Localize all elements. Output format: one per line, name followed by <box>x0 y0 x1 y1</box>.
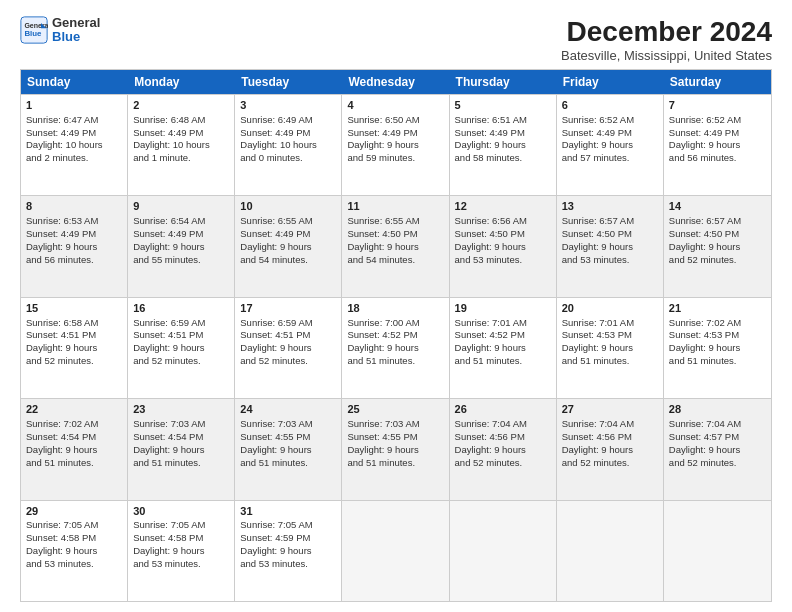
day-info: Sunrise: 7:04 AMSunset: 4:56 PMDaylight:… <box>562 418 658 469</box>
calendar-cell <box>342 501 449 601</box>
header: General Blue General Blue December 2024 … <box>20 16 772 63</box>
day-info: Sunrise: 6:55 AMSunset: 4:50 PMDaylight:… <box>347 215 443 266</box>
calendar-cell: 4Sunrise: 6:50 AMSunset: 4:49 PMDaylight… <box>342 95 449 195</box>
page: General Blue General Blue December 2024 … <box>0 0 792 612</box>
weekday-header-thursday: Thursday <box>450 70 557 94</box>
calendar-cell: 25Sunrise: 7:03 AMSunset: 4:55 PMDayligh… <box>342 399 449 499</box>
day-number: 27 <box>562 402 658 417</box>
main-title: December 2024 <box>561 16 772 48</box>
day-info: Sunrise: 7:01 AMSunset: 4:52 PMDaylight:… <box>455 317 551 368</box>
calendar-body: 1Sunrise: 6:47 AMSunset: 4:49 PMDaylight… <box>21 94 771 601</box>
day-info: Sunrise: 7:04 AMSunset: 4:56 PMDaylight:… <box>455 418 551 469</box>
calendar-cell: 13Sunrise: 6:57 AMSunset: 4:50 PMDayligh… <box>557 196 664 296</box>
day-number: 31 <box>240 504 336 519</box>
day-info: Sunrise: 6:49 AMSunset: 4:49 PMDaylight:… <box>240 114 336 165</box>
day-info: Sunrise: 6:57 AMSunset: 4:50 PMDaylight:… <box>669 215 766 266</box>
calendar-cell: 21Sunrise: 7:02 AMSunset: 4:53 PMDayligh… <box>664 298 771 398</box>
weekday-header-tuesday: Tuesday <box>235 70 342 94</box>
day-number: 25 <box>347 402 443 417</box>
day-info: Sunrise: 6:53 AMSunset: 4:49 PMDaylight:… <box>26 215 122 266</box>
day-number: 14 <box>669 199 766 214</box>
day-number: 3 <box>240 98 336 113</box>
day-number: 10 <box>240 199 336 214</box>
calendar-cell: 30Sunrise: 7:05 AMSunset: 4:58 PMDayligh… <box>128 501 235 601</box>
calendar-cell: 1Sunrise: 6:47 AMSunset: 4:49 PMDaylight… <box>21 95 128 195</box>
day-number: 22 <box>26 402 122 417</box>
day-info: Sunrise: 6:59 AMSunset: 4:51 PMDaylight:… <box>240 317 336 368</box>
calendar-cell: 2Sunrise: 6:48 AMSunset: 4:49 PMDaylight… <box>128 95 235 195</box>
day-info: Sunrise: 7:02 AMSunset: 4:53 PMDaylight:… <box>669 317 766 368</box>
logo-text: General Blue <box>52 16 100 45</box>
day-number: 8 <box>26 199 122 214</box>
day-info: Sunrise: 6:52 AMSunset: 4:49 PMDaylight:… <box>562 114 658 165</box>
weekday-header-friday: Friday <box>557 70 664 94</box>
calendar-header: SundayMondayTuesdayWednesdayThursdayFrid… <box>21 70 771 94</box>
day-number: 29 <box>26 504 122 519</box>
day-number: 26 <box>455 402 551 417</box>
day-number: 30 <box>133 504 229 519</box>
day-number: 5 <box>455 98 551 113</box>
weekday-header-wednesday: Wednesday <box>342 70 449 94</box>
calendar-cell: 26Sunrise: 7:04 AMSunset: 4:56 PMDayligh… <box>450 399 557 499</box>
calendar-cell: 31Sunrise: 7:05 AMSunset: 4:59 PMDayligh… <box>235 501 342 601</box>
day-number: 11 <box>347 199 443 214</box>
day-info: Sunrise: 6:48 AMSunset: 4:49 PMDaylight:… <box>133 114 229 165</box>
day-number: 20 <box>562 301 658 316</box>
weekday-header-sunday: Sunday <box>21 70 128 94</box>
calendar-row-2: 15Sunrise: 6:58 AMSunset: 4:51 PMDayligh… <box>21 297 771 398</box>
calendar-cell: 14Sunrise: 6:57 AMSunset: 4:50 PMDayligh… <box>664 196 771 296</box>
calendar-cell: 5Sunrise: 6:51 AMSunset: 4:49 PMDaylight… <box>450 95 557 195</box>
day-number: 7 <box>669 98 766 113</box>
calendar-cell: 17Sunrise: 6:59 AMSunset: 4:51 PMDayligh… <box>235 298 342 398</box>
calendar-cell: 8Sunrise: 6:53 AMSunset: 4:49 PMDaylight… <box>21 196 128 296</box>
day-info: Sunrise: 6:58 AMSunset: 4:51 PMDaylight:… <box>26 317 122 368</box>
logo-blue: Blue <box>52 30 100 44</box>
calendar-cell: 6Sunrise: 6:52 AMSunset: 4:49 PMDaylight… <box>557 95 664 195</box>
calendar-cell: 28Sunrise: 7:04 AMSunset: 4:57 PMDayligh… <box>664 399 771 499</box>
calendar-cell: 12Sunrise: 6:56 AMSunset: 4:50 PMDayligh… <box>450 196 557 296</box>
day-info: Sunrise: 7:04 AMSunset: 4:57 PMDaylight:… <box>669 418 766 469</box>
subtitle: Batesville, Mississippi, United States <box>561 48 772 63</box>
calendar-cell <box>664 501 771 601</box>
day-number: 16 <box>133 301 229 316</box>
day-info: Sunrise: 6:47 AMSunset: 4:49 PMDaylight:… <box>26 114 122 165</box>
calendar-row-4: 29Sunrise: 7:05 AMSunset: 4:58 PMDayligh… <box>21 500 771 601</box>
day-info: Sunrise: 7:01 AMSunset: 4:53 PMDaylight:… <box>562 317 658 368</box>
day-info: Sunrise: 6:59 AMSunset: 4:51 PMDaylight:… <box>133 317 229 368</box>
calendar-cell: 20Sunrise: 7:01 AMSunset: 4:53 PMDayligh… <box>557 298 664 398</box>
day-number: 24 <box>240 402 336 417</box>
day-number: 6 <box>562 98 658 113</box>
day-number: 21 <box>669 301 766 316</box>
calendar-cell: 10Sunrise: 6:55 AMSunset: 4:49 PMDayligh… <box>235 196 342 296</box>
day-number: 23 <box>133 402 229 417</box>
day-info: Sunrise: 6:57 AMSunset: 4:50 PMDaylight:… <box>562 215 658 266</box>
calendar-row-3: 22Sunrise: 7:02 AMSunset: 4:54 PMDayligh… <box>21 398 771 499</box>
day-number: 1 <box>26 98 122 113</box>
calendar-cell: 27Sunrise: 7:04 AMSunset: 4:56 PMDayligh… <box>557 399 664 499</box>
day-number: 13 <box>562 199 658 214</box>
calendar-row-1: 8Sunrise: 6:53 AMSunset: 4:49 PMDaylight… <box>21 195 771 296</box>
day-number: 18 <box>347 301 443 316</box>
calendar: SundayMondayTuesdayWednesdayThursdayFrid… <box>20 69 772 602</box>
calendar-cell: 23Sunrise: 7:03 AMSunset: 4:54 PMDayligh… <box>128 399 235 499</box>
calendar-cell <box>450 501 557 601</box>
day-info: Sunrise: 6:51 AMSunset: 4:49 PMDaylight:… <box>455 114 551 165</box>
calendar-cell: 7Sunrise: 6:52 AMSunset: 4:49 PMDaylight… <box>664 95 771 195</box>
title-block: December 2024 Batesville, Mississippi, U… <box>561 16 772 63</box>
calendar-cell: 3Sunrise: 6:49 AMSunset: 4:49 PMDaylight… <box>235 95 342 195</box>
calendar-cell: 11Sunrise: 6:55 AMSunset: 4:50 PMDayligh… <box>342 196 449 296</box>
day-number: 4 <box>347 98 443 113</box>
day-info: Sunrise: 6:52 AMSunset: 4:49 PMDaylight:… <box>669 114 766 165</box>
calendar-cell: 16Sunrise: 6:59 AMSunset: 4:51 PMDayligh… <box>128 298 235 398</box>
day-info: Sunrise: 6:54 AMSunset: 4:49 PMDaylight:… <box>133 215 229 266</box>
calendar-cell: 15Sunrise: 6:58 AMSunset: 4:51 PMDayligh… <box>21 298 128 398</box>
calendar-cell: 24Sunrise: 7:03 AMSunset: 4:55 PMDayligh… <box>235 399 342 499</box>
day-info: Sunrise: 6:50 AMSunset: 4:49 PMDaylight:… <box>347 114 443 165</box>
day-info: Sunrise: 7:05 AMSunset: 4:59 PMDaylight:… <box>240 519 336 570</box>
day-info: Sunrise: 6:56 AMSunset: 4:50 PMDaylight:… <box>455 215 551 266</box>
day-number: 17 <box>240 301 336 316</box>
weekday-header-monday: Monday <box>128 70 235 94</box>
svg-text:Blue: Blue <box>24 29 42 38</box>
logo-general: General <box>52 16 100 30</box>
calendar-cell: 29Sunrise: 7:05 AMSunset: 4:58 PMDayligh… <box>21 501 128 601</box>
